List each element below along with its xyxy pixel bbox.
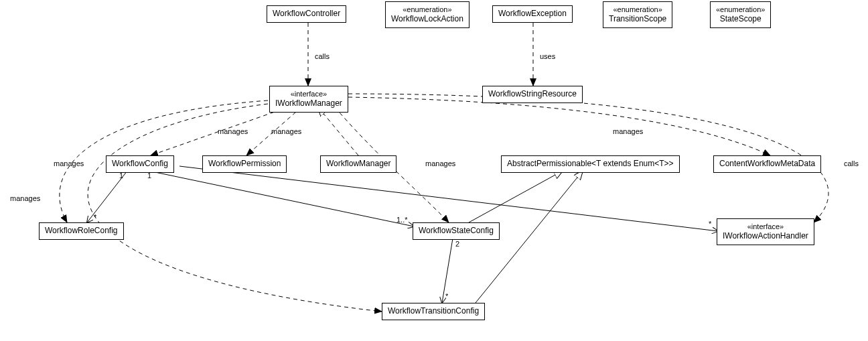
edge-label-calls: calls xyxy=(315,52,330,60)
node-workflow-state-config[interactable]: WorkflowStateConfig xyxy=(413,222,500,240)
mult-1: 1 xyxy=(119,172,123,180)
node-label: WorkflowStateConfig xyxy=(419,226,494,235)
node-workflow-lock-action[interactable]: «enumeration» WorkflowLockAction xyxy=(385,1,469,28)
node-label: AbstractPermissionable<T extends Enum<T>… xyxy=(507,159,674,168)
mult-star: * xyxy=(709,220,711,228)
node-label: WorkflowTransitionConfig xyxy=(388,306,479,316)
node-label: WorkflowLockAction xyxy=(391,14,463,25)
edge-label-manages: manages xyxy=(10,194,40,202)
mult-2: 2 xyxy=(455,240,459,248)
edge-label-manages: manages xyxy=(613,127,643,135)
node-transition-scope[interactable]: «enumeration» TransitionScope xyxy=(603,1,672,28)
node-label: WorkflowRoleConfig xyxy=(45,226,118,235)
node-stereotype: «enumeration» xyxy=(391,5,463,14)
node-stereotype: «enumeration» xyxy=(609,5,666,14)
node-label: WorkflowException xyxy=(498,9,567,18)
node-label: IWorkflowManager xyxy=(275,98,342,109)
svg-line-6 xyxy=(149,171,414,226)
node-workflow-role-config[interactable]: WorkflowRoleConfig xyxy=(39,222,124,240)
mult-star: * xyxy=(445,292,448,300)
edge-label-manages: manages xyxy=(54,159,84,167)
uml-canvas: WorkflowController «enumeration» Workflo… xyxy=(0,0,868,341)
node-content-workflow-metadata[interactable]: ContentWorkflowMetaData xyxy=(713,155,821,173)
node-workflow-transition-config[interactable]: WorkflowTransitionConfig xyxy=(382,303,485,320)
node-workflow-exception[interactable]: WorkflowException xyxy=(492,5,573,23)
edge-label-uses: uses xyxy=(540,52,555,60)
node-iworkflow-manager[interactable]: «interface» IWorkflowManager xyxy=(269,86,348,113)
edge-label-manages: manages xyxy=(218,127,248,135)
node-workflow-controller[interactable]: WorkflowController xyxy=(267,5,346,23)
node-label: WorkflowManager xyxy=(326,159,390,168)
node-label: ContentWorkflowMetaData xyxy=(719,159,815,168)
mult-1-star: 1..* xyxy=(396,216,408,224)
node-label: TransitionScope xyxy=(609,14,666,25)
edge-label-manages: manages xyxy=(271,127,301,135)
node-abstract-permissionable[interactable]: AbstractPermissionable<T extends Enum<T>… xyxy=(501,155,680,173)
node-label: WorkflowController xyxy=(273,9,340,18)
edge-label-calls: calls xyxy=(844,159,859,167)
node-label: StateScope xyxy=(716,14,765,25)
node-workflow-permission[interactable]: WorkflowPermission xyxy=(202,155,287,173)
node-state-scope[interactable]: «enumeration» StateScope xyxy=(710,1,771,28)
node-workflow-string-resource[interactable]: WorkflowStringResource xyxy=(482,86,583,103)
svg-line-8 xyxy=(469,171,563,222)
edge-label-manages: manages xyxy=(425,159,455,167)
node-label: WorkflowStringResource xyxy=(488,89,577,98)
node-label: WorkflowConfig xyxy=(112,159,168,168)
node-workflow-manager[interactable]: WorkflowManager xyxy=(320,155,396,173)
mult-star: * xyxy=(94,213,96,221)
node-label: IWorkflowActionHandler xyxy=(723,231,808,242)
node-stereotype: «interface» xyxy=(275,89,342,98)
svg-line-4 xyxy=(318,107,358,155)
mult-1: 1 xyxy=(147,172,151,180)
node-stereotype: «interface» xyxy=(723,222,808,231)
svg-line-7 xyxy=(179,166,718,231)
node-stereotype: «enumeration» xyxy=(716,5,765,14)
node-label: WorkflowPermission xyxy=(208,159,281,168)
node-workflow-config[interactable]: WorkflowConfig xyxy=(106,155,174,173)
node-iworkflow-action-handler[interactable]: «interface» IWorkflowActionHandler xyxy=(717,218,814,245)
